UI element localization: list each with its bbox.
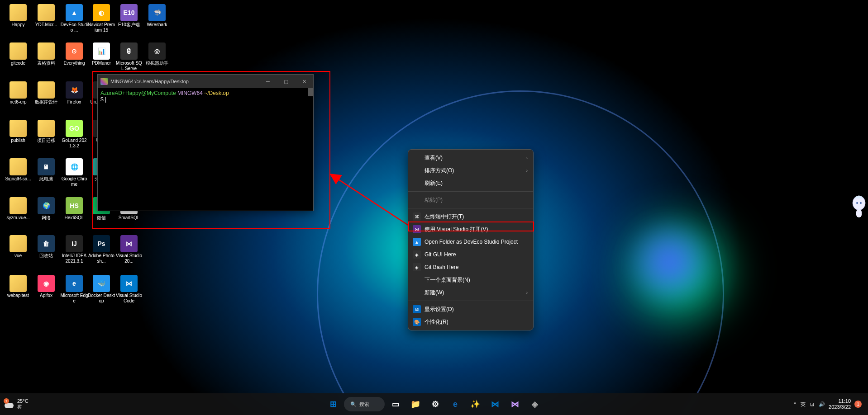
terminal-scrollbar[interactable] bbox=[308, 88, 313, 96]
app-icon: ▲ bbox=[66, 4, 83, 21]
app-icon: 🖥 bbox=[38, 158, 55, 175]
taskbar-center: ⊞🔍搜索▭📁⚙e✨⋈⋈◈ bbox=[324, 395, 544, 413]
ctx-item-icon bbox=[413, 154, 421, 162]
taskbar-vs[interactable]: ⋈ bbox=[506, 395, 524, 413]
ctx-item------o-[interactable]: 排序方式(O)› bbox=[408, 164, 533, 177]
desktop-icon-vue[interactable]: vue bbox=[4, 235, 32, 259]
ctx-item-icon: 🎨 bbox=[413, 318, 421, 326]
ctx-item---------n-[interactable]: 下一个桌面背景(N) bbox=[408, 274, 533, 286]
taskbar[interactable]: 1 25°C 雾 ⊞🔍搜索▭📁⚙e✨⋈⋈◈ ^ 英 ⊡ 🔊 11:10 2023… bbox=[0, 393, 868, 415]
folder-icon bbox=[38, 120, 55, 137]
desktop-icon-label: E10客户端 bbox=[118, 22, 140, 28]
desktop-icon----[interactable]: 🖥此电脑 bbox=[32, 158, 60, 182]
maximize-button[interactable]: ▢ bbox=[277, 75, 295, 88]
ctx-item----e-[interactable]: 刷新(E) bbox=[408, 177, 533, 189]
folder-icon bbox=[38, 42, 55, 60]
volume-icon[interactable]: 🔊 bbox=[819, 401, 825, 407]
desktop-icon-ydt-micr---[interactable]: YDT.Micr... bbox=[32, 4, 60, 28]
taskbar-weather[interactable]: 1 25°C 雾 bbox=[0, 398, 29, 410]
app-icon: ⋈ bbox=[120, 235, 138, 252]
desktop-icon-gitcode[interactable]: gitcode bbox=[4, 42, 32, 66]
taskbar-copilot[interactable]: ✨ bbox=[466, 395, 484, 413]
search-placeholder: 搜索 bbox=[359, 401, 369, 408]
desktop-icon-apifox[interactable]: ◉Apifox bbox=[32, 275, 60, 298]
desktop-icon-label: PDManer bbox=[92, 61, 111, 66]
desktop-icon-signalr-sa---[interactable]: SignalR-sa... bbox=[4, 158, 32, 182]
desktop-icon-----[interactable]: 表格资料 bbox=[32, 42, 60, 66]
desktop-icon-syzm-vue---[interactable]: syzm-vue... bbox=[4, 197, 32, 221]
vs-icon: ⋈ bbox=[510, 399, 520, 410]
desktop-icon-google-chrome[interactable]: 🌐Google Chrome bbox=[60, 158, 88, 187]
desktop-icon-label: webapitest bbox=[7, 293, 29, 298]
desktop-icon-label: Everything bbox=[63, 61, 85, 66]
ctx-item--------t-[interactable]: ⌘在终端中打开(T) bbox=[408, 210, 533, 223]
desktop-context-menu[interactable]: 查看(V)›排序方式(O)›刷新(E)粘贴(P)⌘在终端中打开(T)⋈使用 Vi… bbox=[408, 149, 534, 330]
taskbar-search[interactable]: 🔍搜索 bbox=[344, 397, 385, 411]
desktop-icon-wireshark[interactable]: 🦈Wireshark bbox=[143, 4, 171, 28]
desktop-icon-label: 网络 bbox=[42, 215, 51, 221]
ctx-item-git-bash-here[interactable]: ◈Git Bash Here bbox=[408, 261, 533, 274]
ctx-item----v-[interactable]: 查看(V)› bbox=[408, 151, 533, 164]
taskbar-settings[interactable]: ⚙ bbox=[426, 395, 444, 413]
network-icon[interactable]: ⊡ bbox=[810, 401, 814, 407]
ctx-item-open-folder-as-deveco-studio-project[interactable]: ▲Open Folder as DevEco Studio Project bbox=[408, 236, 533, 248]
desktop-icon-label: 表格资料 bbox=[37, 61, 55, 66]
desktop-icon-visual-studio-20---[interactable]: ⋈Visual Studio 20... bbox=[115, 235, 143, 264]
desktop-icon------[interactable]: 数据库设计 bbox=[32, 81, 60, 105]
terminal-body[interactable]: AzureAD+Happy@MyCompute MINGW64 ~/Deskto… bbox=[98, 88, 313, 211]
desktop-icon-pdmaner[interactable]: 📊PDManer bbox=[87, 42, 115, 66]
desktop-icon-firefox[interactable]: 🦊Firefox bbox=[60, 81, 88, 105]
folder-icon bbox=[10, 120, 27, 137]
folder-icon bbox=[10, 197, 27, 214]
ctx-item-icon: ◈ bbox=[413, 250, 421, 259]
assistant-avatar[interactable] bbox=[850, 194, 868, 221]
desktop-icon-deveco-studio----[interactable]: ▲DevEco Studio ... bbox=[60, 4, 88, 33]
desktop-icon-microsoft-edge[interactable]: eMicrosoft Edge bbox=[60, 275, 88, 304]
desktop-icon-navicat-premium-15[interactable]: ◐Navicat Premium 15 bbox=[87, 4, 115, 33]
system-tray[interactable]: ^ 英 ⊡ 🔊 bbox=[794, 401, 825, 408]
desktop-icon-happy[interactable]: Happy bbox=[4, 4, 32, 28]
git-bash-terminal-window[interactable]: MINGW64:/c/Users/Happy/Desktop ─ ▢ ✕ Azu… bbox=[97, 74, 314, 211]
app-icon: IJ bbox=[66, 235, 83, 252]
tray-chevron-icon[interactable]: ^ bbox=[794, 401, 796, 407]
desktop-icon-intellij-idea-2021-3-1[interactable]: IJIntelliJ IDEA 2021.3.1 bbox=[60, 235, 88, 264]
desktop-icon-heidisql[interactable]: HSHeidiSQL bbox=[60, 197, 88, 221]
taskbar-start[interactable]: ⊞ bbox=[324, 395, 342, 413]
app-icon: e bbox=[66, 275, 83, 292]
minimize-button[interactable]: ─ bbox=[259, 75, 277, 88]
vscode-icon: ⋈ bbox=[490, 399, 501, 410]
taskbar-vscode[interactable]: ⋈ bbox=[486, 395, 504, 413]
desktop-icon------[interactable]: ◎模拟器助手 bbox=[143, 42, 171, 66]
desktop-icon-publish[interactable]: publish bbox=[4, 120, 32, 143]
app-icon: ⊙ bbox=[66, 42, 83, 60]
task-view-icon: ▭ bbox=[390, 399, 401, 410]
desktop-icon-----[interactable]: 项目迁移 bbox=[32, 120, 60, 143]
desktop-icon---[interactable]: 🌍网络 bbox=[32, 197, 60, 221]
desktop-icon-adobe-photosh---[interactable]: PsAdobe Photosh... bbox=[87, 235, 115, 264]
taskbar-task-view[interactable]: ▭ bbox=[386, 395, 405, 413]
desktop-icon-everything[interactable]: ⊙Everything bbox=[60, 42, 88, 66]
desktop-icon-goland-2021-3-2[interactable]: GOGoLand 2021.3.2 bbox=[60, 120, 88, 149]
ctx-item----w-[interactable]: 新建(W)› bbox=[408, 286, 533, 299]
taskbar-git-bash[interactable]: ◈ bbox=[526, 395, 544, 413]
taskbar-explorer[interactable]: 📁 bbox=[406, 395, 424, 413]
desktop-icon-net6-erp[interactable]: net6-erp bbox=[4, 81, 32, 105]
desktop-icon-docker-desktop[interactable]: 🐳Docker Desktop bbox=[87, 275, 115, 304]
desktop-icon-visual-studio-code[interactable]: ⋈Visual Studio Code bbox=[115, 275, 143, 304]
taskbar-clock[interactable]: 11:10 2023/3/22 bbox=[829, 398, 851, 410]
svg-point-2 bbox=[856, 202, 858, 204]
desktop-icon----[interactable]: 🗑回收站 bbox=[32, 235, 60, 259]
folder-icon bbox=[10, 42, 27, 60]
ctx-item------d-[interactable]: 🖥显示设置(D) bbox=[408, 303, 533, 316]
ctx-item-----r-[interactable]: 🎨个性化(R) bbox=[408, 316, 533, 328]
desktop-icon-webapitest[interactable]: webapitest bbox=[4, 275, 32, 298]
desktop-icon-e10---[interactable]: E10E10客户端 bbox=[115, 4, 143, 28]
desktop-icon-microsoft-sql-serve[interactable]: 🛢Microsoft SQL Serve bbox=[115, 42, 143, 71]
ctx-item----visual-studio----v-[interactable]: ⋈使用 Visual Studio 打开(V) bbox=[408, 223, 533, 236]
close-button[interactable]: ✕ bbox=[295, 75, 313, 88]
terminal-titlebar[interactable]: MINGW64:/c/Users/Happy/Desktop ─ ▢ ✕ bbox=[98, 75, 313, 88]
ctx-item-git-gui-here[interactable]: ◈Git GUI Here bbox=[408, 248, 533, 261]
notification-badge[interactable]: 1 bbox=[854, 401, 862, 408]
taskbar-edge[interactable]: e bbox=[446, 395, 464, 413]
ime-language[interactable]: 英 bbox=[801, 401, 806, 408]
